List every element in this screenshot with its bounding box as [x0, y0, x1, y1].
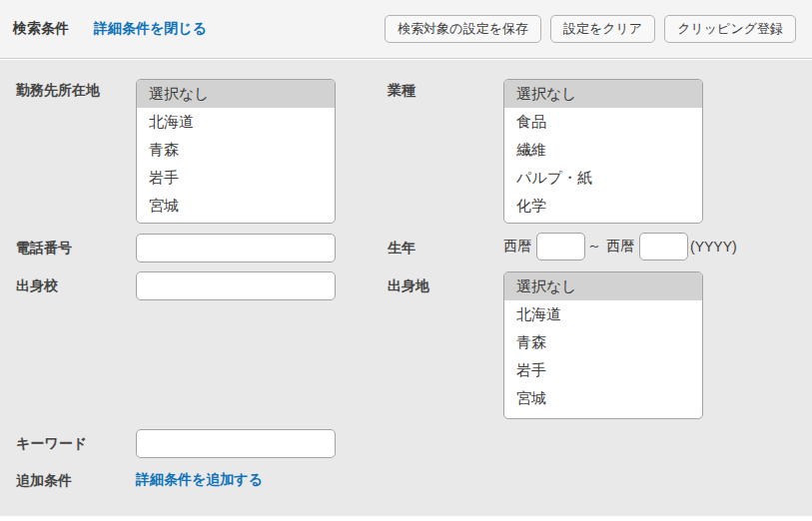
clear-settings-button[interactable]: 設定をクリア — [550, 15, 655, 43]
birth-year-label: 生年 — [388, 241, 415, 256]
birthplace-option[interactable]: 選択なし — [504, 272, 702, 300]
search-conditions-header: 検索条件 詳細条件を閉じる 検索対象の設定を保存 設定をクリア クリッピング登録 — [0, 0, 812, 59]
school-input[interactable] — [136, 271, 336, 300]
industry-option[interactable]: 医薬品 — [504, 220, 702, 224]
work-location-listbox[interactable]: 選択なし 北海道 青森 岩手 宮城 秋田 — [136, 79, 336, 224]
work-location-option[interactable]: 岩手 — [137, 164, 335, 192]
birthplace-option[interactable]: 岩手 — [504, 356, 702, 384]
header-button-group: 検索対象の設定を保存 設定をクリア クリッピング登録 — [385, 15, 796, 43]
industry-label: 業種 — [388, 83, 415, 98]
era-prefix-to: 西暦 — [606, 238, 634, 256]
phone-input[interactable] — [136, 234, 336, 262]
birth-year-from-input[interactable] — [536, 233, 585, 260]
close-detail-conditions-link[interactable]: 詳細条件を閉じる — [94, 20, 207, 38]
birthplace-option[interactable]: 青森 — [504, 328, 702, 356]
industry-option[interactable]: 繊維 — [504, 136, 702, 164]
birthplace-option[interactable]: 北海道 — [504, 300, 702, 328]
work-location-option[interactable]: 秋田 — [137, 220, 335, 224]
page-title: 検索条件 — [13, 20, 69, 38]
save-search-settings-button[interactable]: 検索対象の設定を保存 — [385, 15, 541, 43]
birth-year-range: 西暦 ～ 西暦 (YYYY) — [503, 232, 737, 261]
year-format-hint: (YYYY) — [690, 239, 737, 255]
keyword-input[interactable] — [136, 429, 336, 458]
phone-label: 電話番号 — [16, 241, 72, 256]
birthplace-option[interactable]: 宮城 — [504, 384, 702, 412]
work-location-option[interactable]: 選択なし — [137, 80, 335, 108]
additional-conditions-label: 追加条件 — [16, 473, 72, 488]
range-separator: ～ — [587, 238, 601, 256]
industry-option[interactable]: 食品 — [504, 108, 702, 136]
work-location-option[interactable]: 北海道 — [137, 108, 335, 136]
birthplace-label: 出身地 — [388, 278, 429, 293]
keyword-label: キーワード — [16, 436, 87, 451]
birthplace-option[interactable]: 秋田 — [504, 412, 702, 419]
industry-option[interactable]: 化学 — [504, 192, 702, 220]
industry-option[interactable]: 選択なし — [504, 80, 702, 108]
birthplace-listbox[interactable]: 選択なし 北海道 青森 岩手 宮城 秋田 — [503, 271, 703, 419]
industry-option[interactable]: パルプ・紙 — [504, 164, 702, 192]
work-location-option[interactable]: 青森 — [137, 136, 335, 164]
work-location-label: 勤務先所在地 — [16, 83, 100, 98]
industry-listbox[interactable]: 選択なし 食品 繊維 パルプ・紙 化学 医薬品 — [503, 79, 703, 224]
era-prefix-from: 西暦 — [503, 238, 531, 256]
search-form: 勤務先所在地 選択なし 北海道 青森 岩手 宮城 秋田 業種 選択なし 食品 繊… — [0, 60, 812, 516]
add-detail-conditions-link[interactable]: 詳細条件を追加する — [136, 471, 263, 489]
search-conditions-panel: 検索条件 詳細条件を閉じる 検索対象の設定を保存 設定をクリア クリッピング登録… — [0, 0, 812, 521]
birth-year-to-input[interactable] — [639, 233, 688, 260]
school-label: 出身校 — [16, 278, 58, 293]
clipping-register-button[interactable]: クリッピング登録 — [664, 15, 796, 43]
work-location-option[interactable]: 宮城 — [137, 192, 335, 220]
